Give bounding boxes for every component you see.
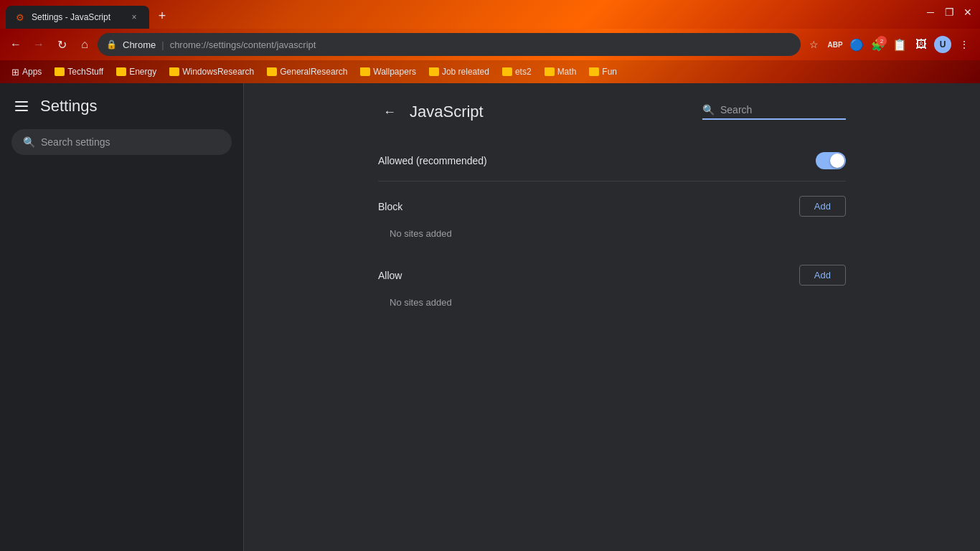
avatar-button[interactable]: U <box>933 34 953 55</box>
bookmark-ets2[interactable]: ets2 <box>496 65 537 78</box>
new-tab-button[interactable]: + <box>152 6 172 26</box>
panel-search-bar[interactable]: 🔍 <box>702 104 846 120</box>
allow-label: Allow <box>378 270 402 281</box>
search-settings-input[interactable] <box>41 136 220 148</box>
panel-back-button[interactable]: ← <box>378 100 401 123</box>
ext-4[interactable]: 🖼 <box>911 34 931 55</box>
panel-title: JavaScript <box>410 103 484 121</box>
tab-title: Settings - JavaScript <box>32 12 122 22</box>
hamburger-line <box>15 110 28 111</box>
block-label: Block <box>378 201 402 212</box>
ext-2[interactable]: 🧩 2 <box>868 34 888 55</box>
allow-empty-state: No sites added <box>378 291 846 319</box>
folder-icon <box>545 67 555 76</box>
bookmark-fun-label: Fun <box>602 67 617 77</box>
star-button[interactable]: ☆ <box>804 34 824 55</box>
title-bar: ⚙ Settings - JavaScript × + ─ ❐ ✕ <box>0 0 980 29</box>
close-button[interactable]: ✕ <box>961 6 974 19</box>
address-brand: Chrome <box>123 39 156 50</box>
bookmark-generalresearch-label: GeneralResearch <box>280 67 347 77</box>
bookmark-energy-label: Energy <box>129 67 156 77</box>
panel-search-input[interactable] <box>720 104 828 116</box>
browser-frame: ⚙ Settings - JavaScript × + ─ ❐ ✕ ← → ↻ … <box>0 0 980 551</box>
bookmark-wallpapers-label: Wallpapers <box>373 67 416 77</box>
refresh-button[interactable]: ↻ <box>52 34 72 55</box>
bookmark-jobreleated-label: Job releated <box>442 67 489 77</box>
toolbar-icons: ☆ ABP 🔵 🧩 2 📋 🖼 U ⋮ <box>804 34 974 55</box>
active-tab[interactable]: ⚙ Settings - JavaScript × <box>6 6 149 29</box>
folder-icon <box>55 67 65 76</box>
folder-icon <box>267 67 277 76</box>
ext-1[interactable]: 🔵 <box>847 34 867 55</box>
lock-icon: 🔒 <box>106 39 117 50</box>
bookmark-apps[interactable]: ⊞ Apps <box>6 65 47 79</box>
bookmark-energy[interactable]: Energy <box>110 65 162 78</box>
block-section-header: Block Add <box>378 182 846 222</box>
hamburger-line <box>15 101 28 103</box>
folder-icon <box>589 67 599 76</box>
folder-icon <box>429 67 439 76</box>
bookmark-math[interactable]: Math <box>539 65 583 78</box>
back-button[interactable]: ← <box>6 34 26 55</box>
settings-content: ← JavaScript 🔍 Allowed (recommended) <box>244 83 980 551</box>
allow-add-button[interactable]: Add <box>799 265 846 286</box>
search-settings-bar[interactable]: 🔍 <box>11 129 232 155</box>
panel-header: ← JavaScript 🔍 <box>378 100 846 123</box>
hamburger-button[interactable] <box>11 96 32 116</box>
bookmark-apps-label: Apps <box>22 67 42 77</box>
bookmark-ets2-label: ets2 <box>515 67 532 77</box>
minimize-button[interactable]: ─ <box>924 6 937 19</box>
bookmark-fun[interactable]: Fun <box>583 65 623 78</box>
sidebar-title: Settings <box>40 97 98 116</box>
javascript-panel: ← JavaScript 🔍 Allowed (recommended) <box>361 83 863 336</box>
hamburger-line <box>15 105 28 107</box>
ext-abp[interactable]: ABP <box>825 34 845 55</box>
bookmark-techstuff[interactable]: TechStuff <box>49 65 109 78</box>
bookmarks-bar: ⊞ Apps TechStuff Energy WindowsResearch … <box>0 60 980 83</box>
address-url: chrome://settings/content/javascript <box>170 39 316 50</box>
address-separator: | <box>161 39 164 50</box>
bookmark-windowsresearch[interactable]: WindowsResearch <box>164 65 260 78</box>
panel-search-icon: 🔍 <box>702 104 715 116</box>
bookmark-jobreleated[interactable]: Job releated <box>423 65 495 78</box>
bookmark-math-label: Math <box>557 67 577 77</box>
block-add-button[interactable]: Add <box>799 196 846 217</box>
bookmark-techstuff-label: TechStuff <box>67 67 103 77</box>
content-area: Settings 🔍 ← JavaScript 🔍 <box>0 83 980 551</box>
toolbar: ← → ↻ ⌂ 🔒 Chrome | chrome://settings/con… <box>0 29 980 60</box>
tab-close-button[interactable]: × <box>128 11 141 24</box>
window-controls: ─ ❐ ✕ <box>924 6 974 19</box>
allowed-setting-row: Allowed (recommended) <box>378 141 846 182</box>
menu-button[interactable]: ⋮ <box>954 34 974 55</box>
maximize-button[interactable]: ❐ <box>943 6 956 19</box>
search-icon: 🔍 <box>23 136 35 148</box>
allowed-label: Allowed (recommended) <box>378 155 487 166</box>
panel-header-left: ← JavaScript <box>378 100 484 123</box>
tab-bar: ⚙ Settings - JavaScript × + <box>6 0 172 29</box>
bookmark-windowsresearch-label: WindowsResearch <box>182 67 254 77</box>
ext-3[interactable]: 📋 <box>890 34 910 55</box>
settings-sidebar: Settings 🔍 <box>0 83 244 551</box>
folder-icon <box>502 67 512 76</box>
bookmark-wallpapers[interactable]: Wallpapers <box>354 65 422 78</box>
apps-grid-icon: ⊞ <box>11 67 19 77</box>
toggle-knob <box>830 154 844 168</box>
folder-icon <box>116 67 126 76</box>
home-button[interactable]: ⌂ <box>75 34 95 55</box>
allow-section-header: Allow Add <box>378 250 846 291</box>
sidebar-header: Settings <box>0 83 243 129</box>
block-empty-state: No sites added <box>378 222 846 250</box>
forward-button[interactable]: → <box>29 34 49 55</box>
folder-icon <box>360 67 370 76</box>
javascript-toggle[interactable] <box>816 152 846 169</box>
address-bar[interactable]: 🔒 Chrome | chrome://settings/content/jav… <box>98 33 801 56</box>
bookmark-generalresearch[interactable]: GeneralResearch <box>261 65 353 78</box>
user-avatar: U <box>934 36 951 53</box>
folder-icon <box>169 67 179 76</box>
tab-favicon: ⚙ <box>14 11 26 23</box>
